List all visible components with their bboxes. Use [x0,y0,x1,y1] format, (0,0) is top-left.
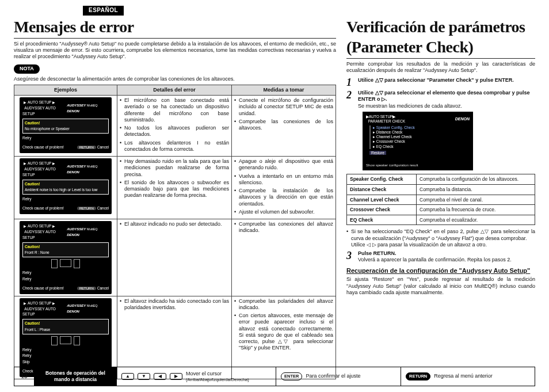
table-cell-example: ▶AUTO SETUP▶ AUDYSSEY AUTO SETUPAUDYSSEY… [14,219,117,296]
osd-mock: ▶AUTO SETUP▶ AUDYSSEY AUTO SETUPAUDYSSEY… [20,221,112,294]
step-number: 2 [346,90,354,109]
cursor-label: Mover el cursor [186,371,222,376]
table-cell-example: ▶AUTO SETUP▶ AUDYSSEY AUTO SETUPAUDYSSEY… [14,157,117,219]
step-3-text: Pulse RETURN. [358,250,396,256]
table-row: Distance CheckComprueba la distancia. [347,184,535,195]
right-title: Verificación de parámetros (Parameter Ch… [346,17,535,57]
table-row: Crossover CheckComprueba la frecuencia d… [347,205,535,215]
step-number: 3 [346,250,354,264]
page-number: 10 [14,367,35,386]
step-1: 1 Utilice △▽ para seleccionar "Parameter… [346,77,535,87]
table-cell-measures: Apague o aleje el dispositivo que está g… [232,157,336,219]
left-key-icon: ◀ [154,373,166,380]
osd-mock: ▶AUTO SETUP▶ AUDYSSEY AUTO SETUPAUDYSSEY… [20,97,112,153]
step-1-text: Utilice △▽ para seleccionar "Parameter C… [358,77,535,87]
table-cell-measures: Compruebe las conexiones del altavoz ind… [232,219,336,296]
footer-bar: 10 Botones de operación del mando a dist… [14,367,535,386]
enter-key-icon: ENTER [281,372,302,380]
table-cell-example: ▶AUTO SETUP▶ AUDYSSEY AUTO SETUPAUDYSSEY… [14,96,117,157]
osd-mock: ▶AUTO SETUP▶ AUDYSSEY AUTO SETUPAUDYSSEY… [20,158,112,214]
up-key-icon: ▲ [121,373,134,380]
return-key-icon: RETURN [406,372,430,380]
right-key-icon: ▶ [170,373,182,380]
step-2: 2 Utilice △▽ para seleccionar el element… [346,90,535,109]
table-row: Channel Level CheckComprueba el nivel de… [347,195,535,205]
recovery-heading: Recuperación de la configuración de "Aud… [346,267,535,275]
table-row: EQ CheckComprueba el ecualizador. [347,215,535,225]
right-intro: Permite comprobar los resultados de la m… [346,61,535,74]
error-table: Ejemplos Detalles del error Medidas a to… [14,85,336,379]
table-cell-measures: Conecte el micrófono de configuración in… [232,96,336,157]
table-cell-details: El micrófono con base conectado está ave… [117,96,232,157]
step-number: 1 [346,77,354,87]
step-2-sub: Se muestran las mediciones de cada altav… [358,103,535,109]
return-text: Regresa al menú anterior [434,373,493,379]
cursor-sub: (Arriba/Abajo/Izquierda/Derecha) [186,378,249,382]
osd-mock: ▶AUTO SETUP▶ AUDYSSEY AUTO SETUPAUDYSSEY… [20,298,112,377]
language-tab: ESPAÑOL [83,6,124,16]
down-key-icon: ▼ [138,373,150,380]
table-row: Speaker Config. CheckComprueba la config… [347,174,535,185]
nota-text: Asegúrese de desconectar la alimentación… [14,76,336,82]
step-3-sub: Volverá a aparecer la pantalla de confir… [358,257,535,263]
step-3: 3 Pulse RETURN. Volverá a aparecer la pa… [346,250,535,264]
recovery-body: Si ajusta "Restore" en "Yes", puede regr… [346,276,535,296]
enter-text: Para confirmar el ajuste [306,373,360,379]
step-2-text: Utilice △▽ para seleccionar el elemento … [358,90,530,102]
check-table: Speaker Config. CheckComprueba la config… [346,174,535,225]
parameter-osd: ▶AUTO SETUP▶ PARAMETER CHECK DENON ▸ Spe… [363,112,473,171]
remote-label: Botones de operación del mando a distanc… [35,367,117,386]
th-examples: Ejemplos [14,85,117,95]
eq-note: Si se ha seleccionado "EQ Check" en el p… [346,229,535,248]
th-measures: Medidas a tomar [232,85,336,95]
th-details: Detalles del error [117,85,232,95]
table-cell-details: Hay demasiado ruido en la sala para que … [117,157,232,219]
nota-badge: NOTA [14,64,40,73]
table-cell-details: El altavoz indicado no pudo ser detectad… [117,219,232,296]
left-title: Mensajes de error [14,17,336,37]
left-intro: Si el procedimiento "Audyssey® Auto Setu… [14,41,336,60]
